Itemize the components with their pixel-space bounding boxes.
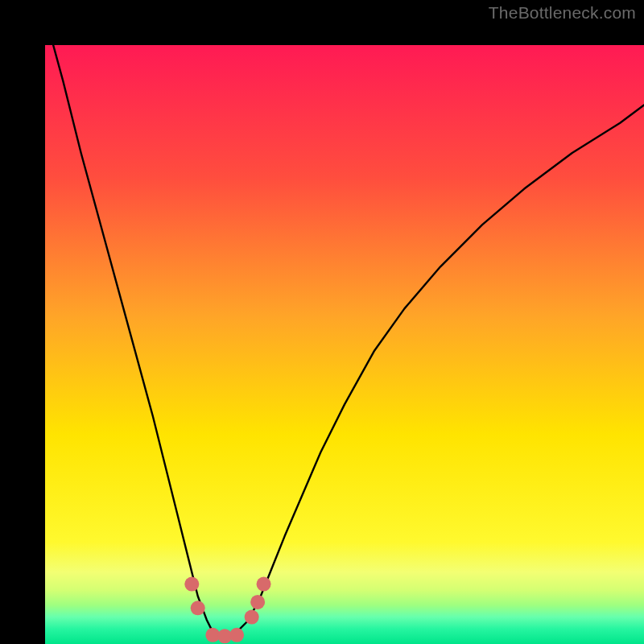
chart-frame xyxy=(0,0,644,644)
highlight-dot xyxy=(257,577,271,592)
highlight-dot xyxy=(191,601,205,615)
chart-plot-area xyxy=(45,45,644,644)
gradient-background xyxy=(45,45,644,644)
watermark-text: TheBottleneck.com xyxy=(489,3,636,23)
highlight-dot xyxy=(184,577,199,592)
highlight-dot xyxy=(229,628,244,642)
highlight-dot xyxy=(250,595,265,609)
chart-svg xyxy=(45,45,644,644)
highlight-dot xyxy=(245,610,259,625)
